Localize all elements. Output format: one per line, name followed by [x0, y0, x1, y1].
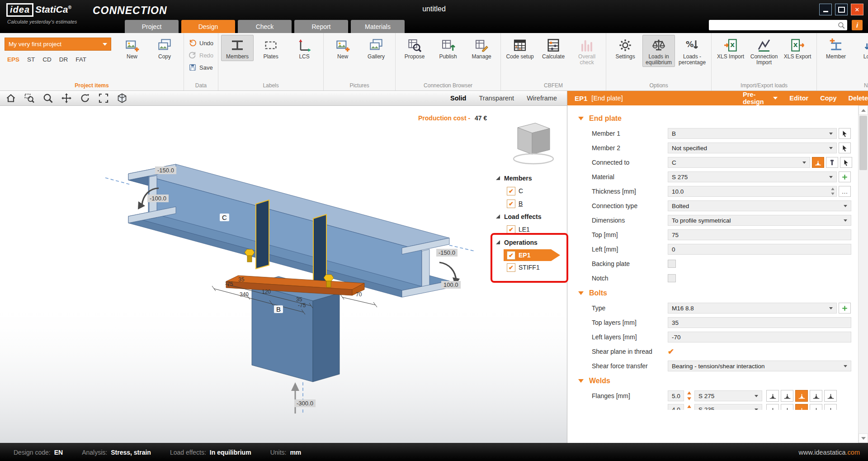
members-button[interactable]: Members: [221, 35, 254, 61]
copy-button[interactable]: Copy: [820, 95, 836, 102]
section-header-end-plate[interactable]: End plate: [567, 111, 859, 126]
navigation-cube[interactable]: [514, 123, 553, 164]
save-button[interactable]: Save: [187, 62, 215, 73]
zoom-icon[interactable]: [42, 93, 53, 104]
dropdown-material[interactable]: S 275: [668, 171, 837, 182]
weld-type-button-2[interactable]: [781, 404, 793, 410]
search-input[interactable]: [709, 21, 837, 29]
stepper-icon[interactable]: [830, 187, 836, 196]
weld-type-button-5[interactable]: [824, 390, 837, 402]
add-button[interactable]: [839, 303, 851, 314]
input-thickness-mm[interactable]: 10.0: [668, 186, 837, 197]
weld-type-button-1[interactable]: [766, 404, 779, 410]
settings-button[interactable]: Settings: [609, 35, 642, 61]
section-header-welds[interactable]: Welds: [567, 373, 859, 389]
pan-icon[interactable]: [61, 93, 72, 104]
tab-check[interactable]: Check: [238, 20, 292, 33]
input-top-mm[interactable]: 75: [668, 229, 851, 240]
zoom-window-icon[interactable]: [24, 93, 35, 104]
delete-button[interactable]: Delete: [848, 95, 868, 102]
dropdown-connection-type[interactable]: Bolted: [668, 200, 851, 211]
display-mode-transparent[interactable]: Transparent: [479, 95, 514, 102]
search-icon[interactable]: [837, 21, 845, 29]
fit-icon[interactable]: [98, 93, 109, 104]
checkbox-le1[interactable]: ✔: [507, 225, 515, 234]
stepper-icon[interactable]: [686, 404, 693, 410]
copy-project-button[interactable]: Copy: [148, 35, 181, 61]
maximize-button[interactable]: [835, 4, 848, 15]
xls-export-button[interactable]: XXLS Export: [781, 35, 814, 61]
project-selector[interactable]: My very first project: [5, 38, 111, 51]
undo-button[interactable]: Undo: [187, 38, 215, 48]
editor-button[interactable]: Editor: [789, 95, 808, 102]
info-button[interactable]: i: [852, 20, 863, 30]
checkbox-c[interactable]: ✔: [507, 187, 515, 195]
scroll-thumb[interactable]: [859, 116, 867, 170]
input-weld-size-2[interactable]: 4.0: [668, 404, 684, 410]
project-type-dr[interactable]: DR: [59, 56, 68, 63]
project-type-cd[interactable]: CD: [42, 56, 52, 63]
project-type-st[interactable]: ST: [27, 56, 35, 63]
code-setup-button[interactable]: Code setup: [504, 35, 536, 61]
more-options-button[interactable]: …: [839, 186, 851, 197]
checkbox-shear-plane-in-thread[interactable]: ✔: [668, 348, 674, 356]
input-top-layers-mm[interactable]: 35: [668, 317, 851, 328]
minimize-button[interactable]: [819, 4, 832, 15]
tab-design[interactable]: Design: [181, 20, 235, 33]
tab-project[interactable]: Project: [125, 20, 179, 33]
scene-3d-view[interactable]: [0, 105, 567, 443]
loads-in-equilibrium-button[interactable]: Loads in equilibrium: [642, 35, 675, 67]
weld-type-button-4[interactable]: [810, 390, 822, 402]
beam-member-c[interactable]: [128, 164, 449, 297]
dropdown-member-1[interactable]: B: [668, 128, 837, 139]
publish-button[interactable]: Publish: [432, 35, 464, 61]
rotate-icon[interactable]: [80, 93, 90, 104]
manage-button[interactable]: Manage: [465, 35, 498, 61]
pick-member-button[interactable]: [839, 128, 851, 139]
gallery-button[interactable]: Gallery: [360, 35, 392, 61]
tab-materials[interactable]: Materials: [351, 20, 405, 33]
dropdown-member-2[interactable]: Not specified: [668, 143, 837, 153]
checkbox-notch[interactable]: [668, 274, 676, 282]
propose-button[interactable]: Propose: [398, 35, 431, 61]
new-button[interactable]: New: [326, 35, 359, 61]
dropdown-weld-material-2[interactable]: S 235: [694, 404, 762, 410]
loads-percentage-button[interactable]: %Loads - percentage: [676, 35, 708, 67]
dropdown-type[interactable]: M16 8.8: [668, 303, 837, 314]
display-mode-solid[interactable]: Solid: [450, 95, 466, 102]
input-weld-size-1[interactable]: 5.0: [668, 390, 684, 401]
stepper-icon[interactable]: [686, 390, 693, 401]
scroll-down-arrow[interactable]: [859, 433, 868, 443]
tab-report[interactable]: Report: [294, 20, 348, 33]
xls-import-button[interactable]: XXLS Import: [714, 35, 747, 61]
plate-side-toggle[interactable]: [826, 157, 838, 168]
overall-check-button[interactable]: Overall check: [571, 35, 603, 67]
weld-type-button-1[interactable]: [766, 390, 779, 402]
dropdown-dimensions[interactable]: To profile symmetrical: [668, 215, 851, 226]
display-mode-wireframe[interactable]: Wireframe: [527, 95, 557, 102]
add-button[interactable]: [839, 171, 851, 182]
plates-button[interactable]: Plates: [255, 35, 287, 61]
dropdown-weld-material-1[interactable]: S 275: [694, 390, 762, 401]
weld-type-button-4[interactable]: [810, 404, 822, 410]
new-project-button[interactable]: New: [116, 35, 148, 61]
project-type-eps[interactable]: EPS: [7, 56, 19, 63]
tree-section-load-effects[interactable]: Load effects: [495, 210, 566, 223]
isometric-icon[interactable]: [117, 93, 127, 104]
input-left-layers-mm[interactable]: -70: [668, 332, 851, 342]
dropdown-connected-to[interactable]: C: [668, 157, 810, 168]
close-button[interactable]: ✕: [851, 4, 863, 15]
load-button[interactable]: Load: [853, 35, 868, 61]
member-button[interactable]: Member: [820, 35, 852, 61]
checkbox-backing-plate[interactable]: [668, 260, 676, 268]
dropdown-shear-force-transfer[interactable]: Bearing - tension/shear interaction: [668, 361, 851, 371]
pick-member-button[interactable]: [840, 157, 852, 168]
home-icon[interactable]: [5, 93, 16, 104]
connection-import-button[interactable]: Connection Import: [748, 35, 780, 67]
weld-type-button-3[interactable]: [795, 390, 808, 402]
redo-button[interactable]: Redo: [187, 50, 215, 61]
website-link[interactable]: www.ideastatica.com: [799, 449, 860, 456]
predesign-dropdown[interactable]: Pre-design: [743, 91, 778, 105]
scrollbar[interactable]: [858, 105, 868, 443]
scroll-up-arrow[interactable]: [859, 105, 868, 115]
